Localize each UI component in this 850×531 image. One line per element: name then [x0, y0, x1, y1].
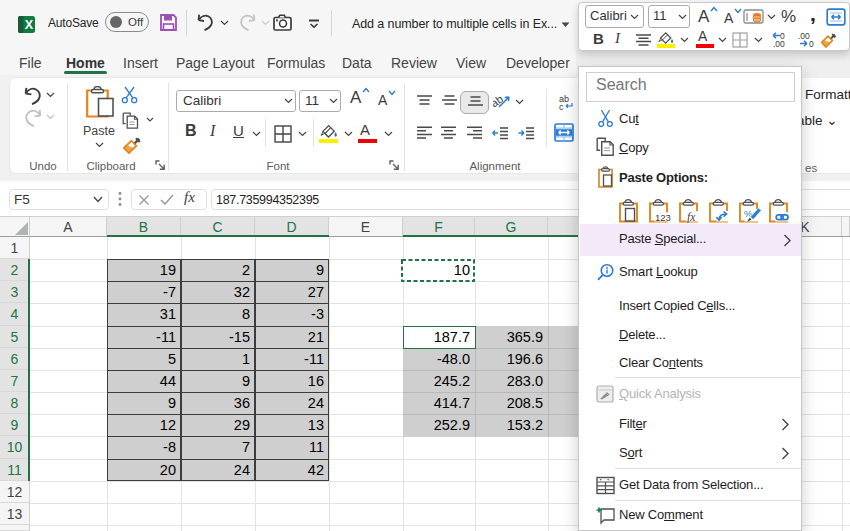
svg-text:123: 123 — [655, 212, 671, 223]
svg-text:fx: fx — [687, 211, 696, 223]
svg-text:0: 0 — [809, 39, 814, 48]
svg-text:X: X — [25, 18, 34, 32]
svg-text:c: c — [559, 102, 564, 111]
svg-text:.00: .00 — [773, 39, 785, 48]
